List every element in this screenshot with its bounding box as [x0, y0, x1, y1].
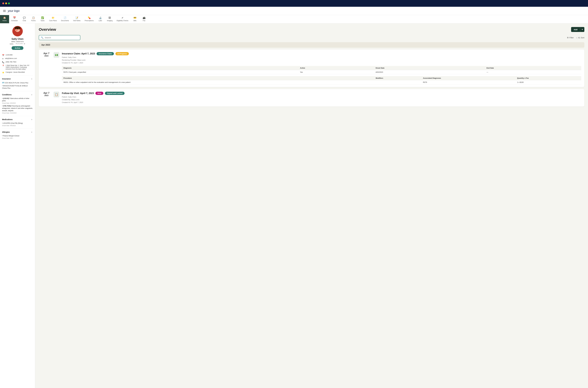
main-content: Overview Add ▾ 🔍 ⚙ Filter ↕ 41 Sort [35, 23, 588, 388]
eligibility-checks-icon: ✔ [122, 16, 124, 19]
email-row: ✉ sally@demo.com [2, 57, 33, 60]
tab-home[interactable]: 🏠 Home [0, 15, 9, 23]
col-end-date: End Date [485, 66, 581, 70]
care-plans-icon: 📁 [52, 16, 54, 19]
card-body: Insurance Claim: April 7, 2023 Insurance… [62, 52, 581, 84]
card-body: Follow-Up Visit: April 7, 2023 Note Sign… [62, 92, 581, 104]
page-header: Overview Add ▾ [39, 27, 584, 32]
insurance-item: 🪪 COX HEALTH PLAN: Choice Plus [2, 81, 33, 84]
dob-row: 📅 1/19/1990 [2, 54, 33, 56]
date-group-header: Apr 2023 [39, 42, 584, 48]
card-title: Follow-Up Visit: April 7, 2023 [62, 92, 94, 95]
tab-visit-notes[interactable]: 📝 Visit Notes [71, 15, 82, 23]
badge-signed-locked: Signed and Locked [105, 92, 125, 95]
sidebar-medications: Medications ＋ • LEXAPRO (Oral Pill) (50m… [2, 116, 33, 127]
app-layout: Sally Chen MRN: 09087878 SSN: ***-**-***… [0, 23, 588, 388]
home-icon: 🏠 [3, 16, 6, 19]
search-box: 🔍 [39, 35, 80, 40]
chat-icon: 💬 [23, 16, 26, 19]
allergy-item: • Peanut Allergen Extract Onset Date: 9/… [2, 135, 33, 139]
card-row: Apr 7 2023 💵 Insurance Claim: April 7, 2… [42, 52, 581, 84]
card-title-row: Follow-Up Visit: April 7, 2023 Note Sign… [62, 92, 581, 95]
tab-documents[interactable]: 📄 Documents [59, 15, 71, 23]
imaging-icon: 🖼 [108, 17, 111, 19]
card-type-icon: 📋 [53, 92, 59, 97]
insurance-item: • MASSACHUSETTS BLUE SHIELD: Choice Plus [2, 85, 33, 89]
add-medication-button[interactable]: ＋ [30, 118, 33, 121]
followup-visit-card: Apr 7 2023 📋 Follow-Up Visit: April 7, 2… [39, 89, 584, 106]
patient-info: 📅 1/19/1990 ✉ sally@demo.com 📞 (408) 786… [2, 54, 33, 73]
medications-header: Medications ＋ [2, 118, 33, 121]
nav-tabs: 🏠 Home 📅 Schedule 💬 Chat 📋 Forms ✅ Tasks… [0, 15, 588, 23]
card-date: Apr 7 2023 [42, 52, 51, 57]
badge-in-progress: In Progress [115, 52, 129, 55]
insurance-title: Insurance [2, 78, 11, 80]
tab-bills[interactable]: 💳 Bills [130, 15, 139, 23]
labs-icon: 🔬 [99, 16, 102, 19]
prescriptions-icon: 💊 [88, 16, 91, 19]
ssn-toggle[interactable]: 👁 [24, 43, 25, 45]
card-title-row: Insurance Claim: April 7, 2023 Insurance… [62, 52, 581, 55]
medications-title: Medications [2, 119, 13, 121]
add-condition-button[interactable]: ＋ [30, 93, 33, 96]
insurance-claim-card: Apr 7 2023 💵 Insurance Claim: April 7, 2… [39, 49, 584, 87]
card-date: Apr 7 2023 [42, 92, 51, 97]
star-icon: ⭐ [2, 72, 4, 73]
tab-schedule[interactable]: 📅 Schedule [9, 15, 20, 23]
phone-icon: 📞 [2, 61, 4, 63]
search-input[interactable] [45, 36, 78, 39]
email-icon: ✉ [2, 58, 4, 60]
filter-button[interactable]: ⚙ Filter [567, 36, 574, 39]
tab-tasks[interactable]: ✅ Tasks [38, 15, 47, 23]
allergies-title: Allergies [2, 131, 10, 133]
table-row: 99201: Office or other outpatient visit … [62, 80, 581, 84]
close-button[interactable] [2, 2, 4, 4]
sort-icon: ↕ [576, 36, 577, 39]
menu-toggle[interactable] [3, 10, 6, 12]
tab-forms[interactable]: 📋 Forms [29, 15, 38, 23]
col-associated-diagnoses: Associated Diagnoses [422, 76, 516, 80]
tab-prescriptions[interactable]: 💊 Prescriptions [82, 15, 96, 23]
sidebar-allergies: Allergies ＋ • Peanut Allergen Extract On… [2, 129, 33, 139]
card-type-icon: 💵 [53, 52, 59, 58]
col-onset-date: Onset Date [374, 66, 485, 70]
add-insurance-button[interactable]: ＋ [30, 77, 33, 80]
tab-chat[interactable]: 💬 Chat [20, 15, 29, 23]
calendar-icon: 📅 [2, 54, 4, 56]
search-icon: 🔍 [41, 36, 43, 39]
filter-sort-group: ⚙ Filter ↕ 41 Sort [567, 36, 584, 39]
add-allergy-button[interactable]: ＋ [30, 130, 33, 134]
page-title: Overview [39, 27, 56, 32]
bills-icon: 💳 [134, 16, 136, 19]
patient-avatar-area: Sally Chen MRN: 09087878 SSN: ***-**-***… [2, 26, 33, 52]
tab-care-plans[interactable]: 📁 Care Plans [47, 15, 59, 23]
avatar [12, 26, 23, 36]
maximize-button[interactable] [8, 2, 10, 4]
badge-insurance-claim: Insurance Claim [97, 52, 114, 55]
insurance-header: Insurance ＋ [2, 77, 33, 80]
sort-button[interactable]: ↕ 41 Sort [576, 36, 584, 39]
table-row: R079: Chest pain, unspecified Yes 4/02/2… [62, 70, 581, 74]
search-filter-row: 🔍 ⚙ Filter ↕ 41 Sort [39, 35, 584, 40]
tab-eligibility-checks[interactable]: ✔ Eligibility Checks [114, 15, 130, 23]
tab-fax[interactable]: 📠 Fax [139, 15, 149, 23]
diagnosis-table: Diagnosis Active Onset Date End Date R07… [62, 66, 581, 74]
col-active: Active [298, 66, 374, 70]
address-row: 📍 1 Wall Street Apt. 1, New York, NY 100… [2, 65, 33, 70]
titlebar [0, 0, 588, 7]
location-icon: 📍 [2, 65, 4, 67]
add-button[interactable]: Add ▾ [571, 27, 584, 32]
conditions-header: Conditions ＋ [2, 93, 33, 96]
tab-imaging[interactable]: 🖼 Imaging [105, 15, 115, 23]
status-badge: Active [12, 46, 23, 50]
logo: your logo [8, 9, 20, 13]
topbar: your logo [0, 7, 588, 15]
minimize-button[interactable] [5, 2, 7, 4]
condition-item: • (A18.02) Tuberculous arthritis of othe… [2, 97, 33, 104]
col-procedure: Procedure [62, 76, 374, 80]
tab-labs[interactable]: 🔬 Labs [96, 15, 105, 23]
card-meta: Patient: Sally Chen Rendering Provider: … [62, 56, 581, 64]
condition-item: • (T45.7X3S) Poisoning by anticoagulant … [2, 105, 33, 114]
add-dropdown-arrow[interactable]: ▾ [580, 27, 584, 32]
patient-mrn: MRN: 09087878 [11, 41, 24, 43]
